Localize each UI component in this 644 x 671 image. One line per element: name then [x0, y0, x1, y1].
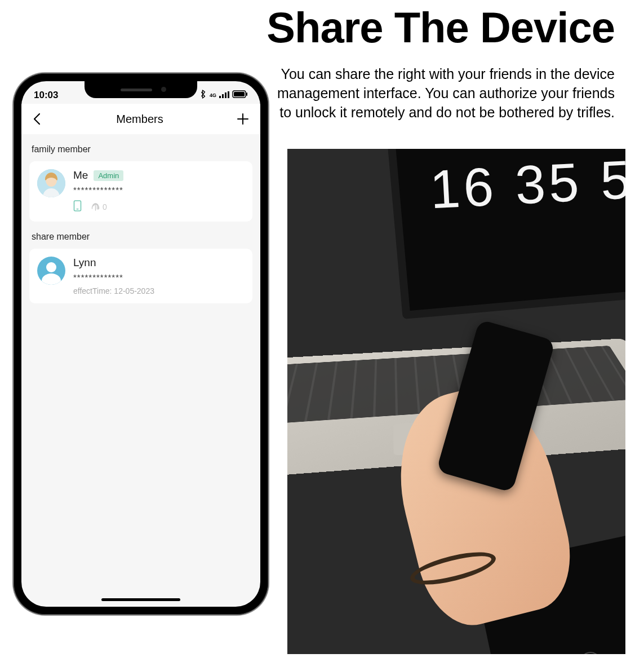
fingerprint-count: 0	[103, 202, 107, 211]
status-time: 10:03	[34, 90, 58, 101]
family-member-card[interactable]: Me Admin ************* 0	[29, 161, 252, 222]
signal-icon	[219, 90, 229, 101]
page-heading: Share The Device	[267, 3, 615, 52]
member-phone-masked: *************	[73, 272, 245, 282]
family-section-label: family member	[29, 134, 252, 161]
phone-screen: 10:03 4G Members	[21, 81, 260, 607]
share-section-label: share member	[29, 222, 252, 249]
bluetooth-icon	[199, 90, 207, 101]
lifestyle-photo: 16 35 53	[287, 149, 625, 654]
battery-icon	[232, 90, 248, 101]
avatar	[37, 169, 65, 197]
member-name: Lynn	[73, 257, 96, 269]
nav-bar: Members	[21, 104, 260, 134]
back-button[interactable]	[29, 112, 44, 126]
svg-rect-6	[246, 92, 247, 96]
member-name: Me	[73, 169, 88, 182]
laptop-clock: 16 35 53	[428, 149, 625, 221]
effect-time: effectTime: 12-05-2023	[73, 286, 245, 295]
svg-rect-1	[222, 94, 224, 98]
svg-rect-2	[225, 92, 226, 98]
avatar	[37, 257, 65, 285]
share-member-card[interactable]: Lynn ************* effectTime: 12-05-202…	[29, 249, 252, 303]
device-icon	[73, 200, 82, 214]
network-label: 4G	[210, 93, 216, 98]
laptop-screen: 16 35 53	[387, 149, 625, 319]
svg-rect-5	[234, 92, 245, 96]
nav-title: Members	[116, 113, 163, 126]
svg-rect-10	[77, 209, 79, 210]
phone-notch	[85, 81, 197, 98]
admin-badge: Admin	[94, 170, 123, 181]
page-description: You can share the right with your friend…	[265, 65, 615, 122]
home-indicator[interactable]	[101, 598, 180, 601]
svg-rect-0	[219, 96, 221, 98]
svg-rect-3	[228, 91, 229, 98]
fingerprint-icon: 0	[91, 202, 107, 212]
phone-frame: 10:03 4G Members	[14, 73, 268, 615]
member-phone-masked: *************	[73, 185, 245, 195]
add-member-button[interactable]	[236, 112, 250, 126]
